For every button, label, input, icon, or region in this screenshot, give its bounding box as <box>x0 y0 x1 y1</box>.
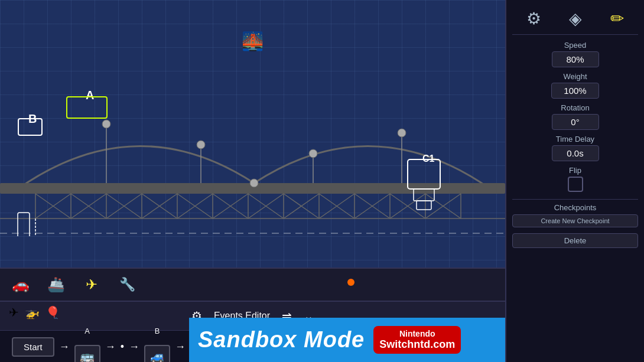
rotation-label: Rotation <box>561 103 589 112</box>
toolbar-top: 🚗 🚢 ✈ 🔧 ✈ 🚁 🎈 <box>0 269 505 301</box>
vehicle-c1-ship <box>405 156 443 213</box>
flow-arrow-3: → <box>129 341 139 353</box>
node-a-icon[interactable]: 🚌 <box>74 345 100 362</box>
weight-value[interactable]: 100% <box>551 83 599 99</box>
node-b-icon[interactable]: 🚙 <box>144 345 170 362</box>
svg-rect-54 <box>417 201 431 210</box>
node-a-label: A <box>84 327 90 335</box>
flow-dot: • <box>121 341 124 353</box>
wrench-tool-icon[interactable]: 🔧 <box>115 275 139 295</box>
svg-rect-52 <box>408 159 440 189</box>
checkpoints-section: Checkpoints Create New Checkpoint <box>512 199 638 227</box>
helicopter-icon[interactable]: 🚁 <box>25 305 40 319</box>
speed-value[interactable]: 80% <box>552 51 599 67</box>
nintendo-badge: Nintendo Switchntd.com <box>373 326 461 354</box>
create-checkpoint-button[interactable]: Create New Checkpoint <box>512 214 638 227</box>
speed-label: Speed <box>564 41 587 50</box>
right-panel: ⚙ ◈ ✏ Speed 80% Weight 100% Rotation 0° … <box>505 0 644 362</box>
pencil-icon[interactable]: ✏ <box>610 9 624 28</box>
panel-top-icons: ⚙ ◈ ✏ <box>512 6 638 35</box>
rotation-param: Rotation 0° <box>512 103 638 130</box>
svg-rect-53 <box>414 189 434 201</box>
flip-toggle[interactable] <box>568 177 583 192</box>
flow-arrow-1: → <box>59 341 70 353</box>
game-canvas: 🌉 A B C1 🚗 🚢 ✈ 🔧 ✈ 🚁 <box>0 0 505 362</box>
flow-start-button[interactable]: Start <box>12 337 54 357</box>
time-delay-value[interactable]: 0.0s <box>552 145 599 161</box>
flip-label: Flip <box>569 166 581 175</box>
bridge-icon: 🌉 <box>235 31 270 53</box>
biplane-icon[interactable]: ✈ <box>9 305 19 319</box>
sandbox-overlay: Sandbox Mode Nintendo Switchntd.com <box>189 318 505 362</box>
node-b-label: B <box>155 327 160 335</box>
checkpoints-label: Checkpoints <box>512 203 638 212</box>
node-a-container: A 🚌 <box>74 327 100 362</box>
time-delay-label: Time Delay <box>556 135 594 144</box>
gear-icon[interactable]: ⚙ <box>526 9 541 28</box>
delete-button[interactable]: Delete <box>512 233 638 248</box>
weight-param: Weight 100% <box>512 72 638 99</box>
nintendo-logo-text: Nintendo <box>399 329 435 338</box>
sandbox-mode-text: Sandbox Mode <box>198 327 365 353</box>
vehicle-b-outline <box>18 118 43 136</box>
rotation-value[interactable]: 0° <box>552 114 599 130</box>
blimp-icon[interactable]: 🎈 <box>45 305 60 319</box>
flip-param: Flip <box>512 166 638 192</box>
weight-label: Weight <box>563 72 587 81</box>
flow-arrow-4: → <box>175 341 186 353</box>
plane-tool-icon[interactable]: ✈ <box>80 275 103 295</box>
flow-arrow-2: → <box>105 341 116 353</box>
car-tool-icon[interactable]: 🚗 <box>9 275 32 295</box>
time-delay-param: Time Delay 0.0s <box>512 135 638 161</box>
orange-dot-indicator <box>347 279 354 286</box>
node-b-container: B 🚙 <box>144 327 170 362</box>
box-icon[interactable]: ◈ <box>569 9 582 28</box>
vehicle-a-outline <box>66 96 108 119</box>
speed-param: Speed 80% <box>512 41 638 67</box>
ship-tool-icon[interactable]: 🚢 <box>44 275 68 295</box>
switchntd-text: Switchntd.com <box>379 338 455 351</box>
